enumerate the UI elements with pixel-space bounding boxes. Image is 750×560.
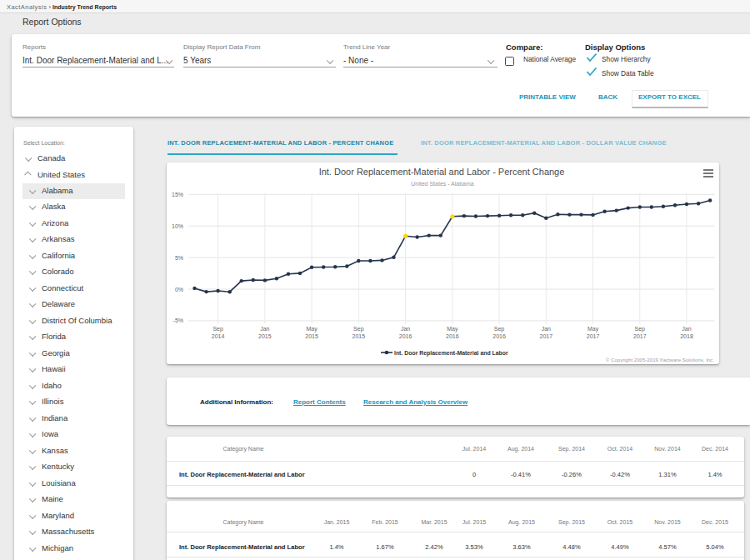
svg-text:2017: 2017 bbox=[540, 333, 553, 339]
svg-text:Jan: Jan bbox=[401, 326, 410, 332]
svg-text:May: May bbox=[588, 326, 599, 332]
svg-text:Sep: Sep bbox=[494, 326, 505, 332]
svg-text:2018: 2018 bbox=[680, 333, 693, 339]
svg-text:2015: 2015 bbox=[305, 333, 318, 339]
svg-text:Int. Door Replacement-Material: Int. Door Replacement-Material and Labor… bbox=[319, 167, 565, 177]
svg-text:May: May bbox=[306, 326, 318, 332]
svg-text:2016: 2016 bbox=[446, 333, 459, 339]
svg-text:Jan: Jan bbox=[542, 326, 551, 332]
svg-text:United States - Alabama: United States - Alabama bbox=[411, 181, 474, 187]
svg-text:2015: 2015 bbox=[352, 333, 366, 339]
svg-text:2017: 2017 bbox=[633, 333, 647, 339]
svg-text:-5%: -5% bbox=[173, 318, 183, 323]
svg-text:2016: 2016 bbox=[399, 333, 412, 339]
svg-text:10%: 10% bbox=[172, 223, 183, 229]
svg-text:Jan: Jan bbox=[260, 326, 269, 332]
svg-text:2017: 2017 bbox=[587, 333, 600, 339]
svg-text:0%: 0% bbox=[175, 287, 183, 292]
svg-text:Sep: Sep bbox=[212, 326, 223, 332]
svg-text:Sep: Sep bbox=[353, 326, 364, 332]
svg-text:2016: 2016 bbox=[492, 333, 506, 339]
svg-text:Jan: Jan bbox=[682, 326, 691, 332]
svg-text:Int. Door Replacement-Material: Int. Door Replacement-Material and Labor bbox=[394, 350, 508, 357]
svg-text:2014: 2014 bbox=[212, 333, 225, 339]
svg-text:Sep: Sep bbox=[635, 326, 646, 332]
svg-text:5%: 5% bbox=[175, 255, 183, 261]
svg-text:2015: 2015 bbox=[258, 333, 272, 339]
svg-text:15%: 15% bbox=[172, 192, 183, 198]
svg-text:© Copyright 2005-2019 Xactware: © Copyright 2005-2019 Xactware Solutions… bbox=[606, 357, 714, 362]
svg-text:May: May bbox=[447, 326, 458, 332]
